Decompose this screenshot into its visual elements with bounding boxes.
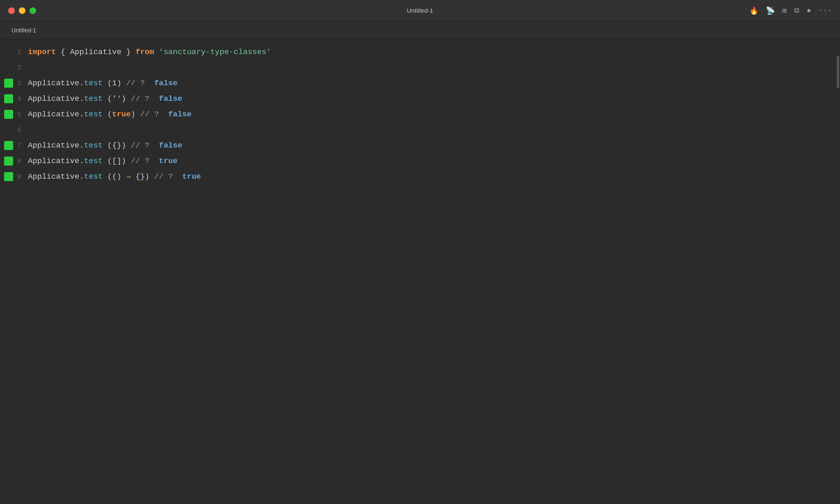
token-punct: . — [79, 110, 84, 119]
token-plain: Applicative — [28, 141, 79, 150]
split-icon[interactable]: ⧉ — [794, 7, 799, 15]
close-button[interactable] — [8, 7, 15, 14]
token-plain — [159, 110, 168, 119]
token-result-true: true — [182, 172, 201, 181]
line-number: 9 — [13, 173, 25, 181]
token-kw-import: import — [28, 48, 56, 57]
token-plain: ({}) — [103, 141, 130, 150]
line-number: 1 — [13, 48, 25, 56]
token-comment: // ? — [131, 141, 150, 150]
code-area[interactable]: import { Applicative } from 'sanctuary-t… — [25, 43, 836, 504]
token-plain: Applicative — [28, 94, 79, 103]
token-plain — [145, 79, 154, 88]
gutter-row: 3 — [0, 75, 25, 91]
token-plain: {}) — [131, 172, 154, 181]
line-number: 3 — [13, 79, 25, 87]
token-kw-from: from — [135, 48, 154, 57]
gutter-row: 8 — [0, 153, 25, 169]
token-method: test — [84, 157, 103, 166]
token-plain: Applicative — [28, 157, 79, 166]
token-plain: Applicative — [70, 48, 121, 57]
token-comment: // ? — [140, 110, 159, 119]
token-plain — [149, 141, 159, 150]
run-indicator — [4, 125, 13, 134]
token-method: test — [84, 110, 103, 119]
token-result-false: false — [159, 141, 182, 150]
line-number: 4 — [13, 95, 25, 103]
gutter-row: 2 — [0, 60, 25, 75]
run-indicator — [4, 79, 13, 88]
token-plain: Applicative — [28, 110, 79, 119]
run-indicator — [4, 94, 13, 103]
token-plain: ([]) — [103, 157, 130, 166]
minimize-button[interactable] — [19, 7, 25, 14]
token-result-false: false — [154, 79, 178, 88]
code-line — [28, 60, 836, 75]
token-kw-true: true — [112, 110, 131, 119]
token-comment: // ? — [126, 79, 145, 88]
scrollbar[interactable] — [836, 43, 840, 504]
token-plain: ( — [103, 110, 112, 119]
gutter-row: 6 — [0, 122, 25, 138]
code-line: import { Applicative } from 'sanctuary-t… — [28, 44, 836, 60]
line-numbers: 123456789 — [0, 44, 25, 184]
maximize-button[interactable] — [30, 7, 36, 14]
tab-untitled[interactable]: Untitled-1 — [7, 25, 41, 36]
flame-icon[interactable]: 🔥 — [749, 6, 758, 15]
token-method: test — [84, 79, 103, 88]
token-plain: (1) — [103, 79, 126, 88]
token-comment: // ? — [131, 157, 150, 166]
titlebar: Untitled-1 🔥 📡 ⊞ ⧉ ● ··· — [0, 0, 840, 21]
line-number: 7 — [13, 142, 25, 150]
token-comment: // ? — [131, 94, 150, 103]
run-indicator — [4, 172, 13, 181]
run-indicator — [4, 141, 13, 150]
token-punct: . — [79, 141, 84, 150]
code-line: Applicative.test (1) // ? false — [28, 75, 836, 91]
more-options-icon[interactable]: ··· — [819, 7, 832, 15]
grid-icon[interactable]: ⊞ — [782, 6, 787, 15]
scrollbar-thumb[interactable] — [837, 56, 839, 89]
token-method: test — [84, 141, 103, 150]
line-number: 2 — [13, 64, 25, 72]
code-line: Applicative.test ({}) // ? false — [28, 138, 836, 153]
run-indicator — [4, 110, 13, 119]
token-punct: . — [79, 157, 84, 166]
gutter-row: 7 — [0, 138, 25, 153]
token-method: test — [84, 94, 103, 103]
gutter-row: 4 — [0, 91, 25, 107]
window: Untitled-1 🔥 📡 ⊞ ⧉ ● ··· Untitled-1 1234… — [0, 0, 840, 504]
token-plain: Applicative — [28, 79, 79, 88]
token-result-false: false — [159, 94, 182, 103]
status-dot-icon: ● — [807, 7, 811, 15]
token-plain: Applicative — [28, 172, 79, 181]
tabbar: Untitled-1 — [0, 21, 840, 39]
editor: 123456789 import { Applicative } from 's… — [0, 39, 840, 504]
token-punct: . — [79, 94, 84, 103]
token-plain: ('') — [103, 94, 130, 103]
token-punct: . — [79, 79, 84, 88]
token-plain: ) — [131, 110, 140, 119]
code-line — [28, 122, 836, 138]
run-indicator — [4, 157, 13, 166]
token-punct — [154, 48, 159, 57]
code-line: Applicative.test (true) // ? false — [28, 107, 836, 122]
token-plain: (() — [103, 172, 126, 181]
run-indicator — [4, 48, 13, 57]
token-punct: { — [56, 48, 70, 57]
token-result-true: true — [159, 157, 178, 166]
gutter-row: 1 — [0, 44, 25, 60]
token-plain — [173, 172, 183, 181]
gutter: 123456789 — [0, 43, 25, 504]
window-title: Untitled-1 — [407, 7, 433, 14]
gutter-row: 5 — [0, 107, 25, 122]
token-arrow: ⇒ — [126, 172, 130, 182]
token-plain — [149, 94, 159, 103]
token-punct: } — [121, 48, 135, 57]
token-result-false: false — [168, 110, 192, 119]
token-method: test — [84, 172, 103, 181]
code-line: Applicative.test ([]) // ? true — [28, 153, 836, 169]
gutter-row: 9 — [0, 169, 25, 184]
broadcast-icon[interactable]: 📡 — [766, 6, 775, 15]
token-comment: // ? — [154, 172, 173, 181]
